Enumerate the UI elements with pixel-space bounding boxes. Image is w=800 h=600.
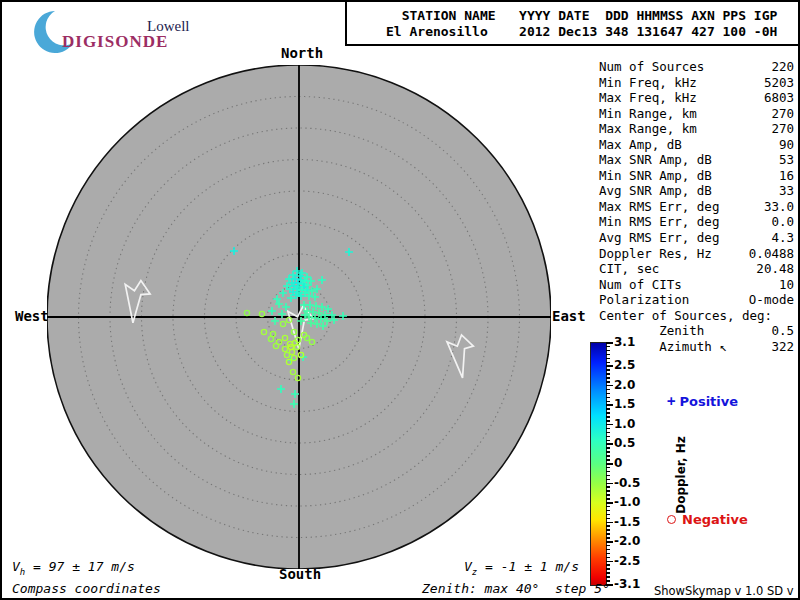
stats-row: Center of Sources, deg: <box>599 308 794 324</box>
version-label: ShowSkymap v 1.0 SD v 5.0 <box>654 584 798 600</box>
vz-readout: Vz = -1 ± 1 m/s <box>464 559 579 577</box>
colorbar-minor-tick <box>606 525 610 527</box>
stats-row: Min Freq, kHz5203 <box>599 75 794 91</box>
colorbar-tick-label: -2.5 <box>614 554 640 568</box>
colorbar-minor-tick <box>606 440 610 442</box>
colorbar-minor-tick <box>606 354 610 356</box>
colorbar-tick-label: 2.5 <box>614 358 635 372</box>
colorbar-minor-tick <box>606 498 610 500</box>
colorbar-minor-tick <box>606 350 610 352</box>
stats-row: PolarizationO-mode <box>599 292 794 308</box>
colorbar-tick-label: -2.0 <box>614 534 640 548</box>
colorbar-minor-tick <box>606 518 610 520</box>
stats-value: 90 <box>779 137 794 153</box>
stats-label: Max SNR Amp, dB <box>599 152 712 168</box>
colorbar-major-tick <box>606 424 613 426</box>
colorbar-minor-tick <box>606 553 610 555</box>
stats-label: Num of CITs <box>599 277 682 293</box>
stats-label: Num of Sources <box>599 59 704 75</box>
plus-marker-icon: + <box>667 393 675 409</box>
stats-value: 0.5 <box>771 323 794 339</box>
colorbar-major-tick <box>606 342 613 344</box>
stats-label: Doppler Res, Hz <box>599 246 712 262</box>
colorbar-minor-tick <box>606 545 610 547</box>
colorbar-minor-tick <box>606 397 610 399</box>
stats-row: Num of CITs10 <box>599 277 794 293</box>
colorbar-minor-tick <box>606 389 610 391</box>
stats-row: Max RMS Err, deg33.0 <box>599 199 794 215</box>
stats-label: Polarization <box>599 292 689 308</box>
stats-row: Doppler Res, Hz0.0488 <box>599 246 794 262</box>
colorbar-tick-label: 0.5 <box>614 436 635 450</box>
stats-value: 20.48 <box>756 261 794 277</box>
colorbar-tick-label: 2.0 <box>614 378 635 392</box>
colorbar-minor-tick <box>606 486 610 488</box>
colorbar-minor-tick <box>606 564 610 566</box>
stats-value: 270 <box>771 121 794 137</box>
stats-value: 322 <box>771 339 794 355</box>
stats-row: Max Range, km270 <box>599 121 794 137</box>
legend-negative: Negative <box>667 512 748 527</box>
vh-readout: Vh = 97 ± 17 m/s <box>12 559 135 577</box>
stats-row: Min Range, km270 <box>599 106 794 122</box>
stats-row: Max Freq, kHz6803 <box>599 90 794 106</box>
stats-row: Max SNR Amp, dB53 <box>599 152 794 168</box>
colorbar-minor-tick <box>606 408 610 410</box>
colorbar-minor-tick <box>606 393 610 395</box>
stats-value: 33.0 <box>764 199 794 215</box>
stats-panel: Num of Sources220Min Freq, kHz5203Max Fr… <box>599 59 794 354</box>
stats-row: Avg SNR Amp, dB33 <box>599 183 794 199</box>
compass-label-west: West <box>15 308 49 324</box>
colorbar-minor-tick <box>606 557 610 559</box>
colorbar-minor-tick <box>606 377 610 379</box>
stats-value: 270 <box>771 106 794 122</box>
stats-row: Max Amp, dB90 <box>599 137 794 153</box>
colorbar-minor-tick <box>606 514 610 516</box>
stats-label: Avg SNR Amp, dB <box>599 183 712 199</box>
colorbar-minor-tick <box>606 451 610 453</box>
legend-positive: +Positive <box>667 393 738 409</box>
legend-positive-label: Positive <box>679 394 738 409</box>
stats-row: CIT, sec20.48 <box>599 261 794 277</box>
colorbar-minor-tick <box>606 467 610 469</box>
colorbar-minor-tick <box>606 358 610 360</box>
colorbar-tick-label: -1.5 <box>614 515 640 529</box>
stats-value: 0.0 <box>771 214 794 230</box>
colorbar-major-tick <box>606 561 613 563</box>
stats-value: 16 <box>779 168 794 184</box>
stats-label: Center of Sources, deg: <box>599 308 772 324</box>
colorbar-minor-tick <box>606 494 610 496</box>
colorbar-minor-tick <box>606 537 610 539</box>
stats-value: 6803 <box>764 90 794 106</box>
colorbar-tick-label: 1.0 <box>614 417 635 431</box>
legend-negative-label: Negative <box>682 512 748 527</box>
stats-label: Max Amp, dB <box>599 137 682 153</box>
zenith-range-label: Zenith: max 40° step 5° <box>422 581 610 596</box>
colorbar-tick-label: 0 <box>614 456 622 470</box>
colorbar-major-tick <box>606 385 613 387</box>
colorbar-minor-tick <box>606 373 610 375</box>
stats-value: O-mode <box>749 292 794 308</box>
colorbar-minor-tick <box>606 420 610 422</box>
colorbar-minor-tick <box>606 401 610 403</box>
compass-label-north: North <box>281 45 323 61</box>
stats-value: 5203 <box>764 75 794 91</box>
colorbar-minor-tick <box>606 490 610 492</box>
showskymap-window: Lowell DIGISONDE STATION NAME YYYY DATE … <box>0 0 800 600</box>
colorbar-minor-tick <box>606 412 610 414</box>
circle-marker-icon <box>667 515 676 524</box>
stats-label: CIT, sec <box>599 261 659 277</box>
colorbar-minor-tick <box>606 572 610 574</box>
stats-label: Max Freq, kHz <box>599 90 697 106</box>
colorbar-minor-tick <box>606 436 610 438</box>
colorbar-minor-tick <box>606 447 610 449</box>
stats-row: Min SNR Amp, dB16 <box>599 168 794 184</box>
station-header: STATION NAME YYYY DATE DDD HHMMSS AXN PP… <box>386 8 777 40</box>
stats-label: Min Freq, kHz <box>599 75 697 91</box>
colorbar-tick-label: -3.1 <box>614 577 640 591</box>
colorbar-minor-tick <box>606 475 610 477</box>
stats-value: 33 <box>779 183 794 199</box>
colorbar-minor-tick <box>606 533 610 535</box>
colorbar-minor-tick <box>606 479 610 481</box>
stats-value: 4.3 <box>771 230 794 246</box>
